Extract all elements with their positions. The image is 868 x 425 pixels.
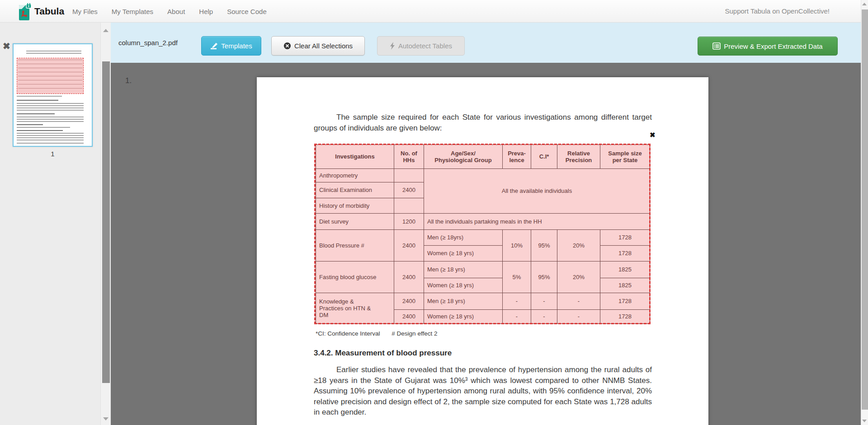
nav-item-my-files[interactable]: My Files bbox=[72, 8, 98, 15]
nav-menu: My Files My Templates About Help Source … bbox=[72, 0, 267, 23]
thumbnail-text-block bbox=[17, 96, 62, 97]
intro-paragraph: The sample size required for each State … bbox=[314, 112, 652, 134]
clear-all-selections-button[interactable]: Clear All Selections bbox=[271, 36, 365, 56]
remove-circle-icon bbox=[283, 42, 291, 50]
clear-button-label: Clear All Selections bbox=[294, 42, 353, 50]
thumbnail-selection-box bbox=[17, 58, 84, 94]
section-heading: 3.4.2. Measurement of blood pressure bbox=[314, 349, 452, 358]
page-number-label: 1 bbox=[13, 150, 93, 158]
tabula-pdf-lock-logo-icon bbox=[17, 3, 32, 20]
scroll-up-arrow-icon[interactable] bbox=[103, 29, 108, 32]
thumbnail-text-block bbox=[17, 130, 63, 131]
scroll-down-arrow-icon[interactable] bbox=[103, 417, 108, 420]
sidebar-scrollbar-thumb[interactable] bbox=[102, 61, 110, 383]
templates-stamp-icon bbox=[210, 42, 218, 50]
scroll-up-arrow-icon[interactable] bbox=[862, 3, 867, 5]
templates-button[interactable]: Templates bbox=[201, 36, 261, 56]
autodetect-button-label: Autodetect Tables bbox=[398, 42, 452, 50]
tabula-app: Tabula My Files My Templates About Help … bbox=[0, 0, 868, 425]
footnote-design-effect: # Design effect 2 bbox=[392, 330, 437, 337]
toolbar: column_span_2.pdf Templates Clear All Se… bbox=[111, 23, 861, 63]
pdf-page[interactable]: The sample size required for each State … bbox=[257, 77, 708, 425]
page-thumbnail[interactable] bbox=[13, 43, 93, 147]
navbar: Tabula My Files My Templates About Help … bbox=[0, 0, 868, 23]
nav-item-about[interactable]: About bbox=[167, 8, 185, 15]
sidebar-scrollbar[interactable] bbox=[100, 23, 111, 425]
export-button-label: Preview & Export Extracted Data bbox=[724, 42, 822, 50]
pdf-canvas: 1. The sample size required for each Sta… bbox=[111, 63, 861, 425]
thumbnail-text-block bbox=[17, 100, 58, 101]
thumbnail-text-block bbox=[17, 143, 84, 144]
window-scrollbar[interactable] bbox=[861, 0, 868, 425]
templates-button-label: Templates bbox=[221, 42, 252, 50]
thumbnail-text-block bbox=[17, 127, 70, 129]
lightning-bolt-icon bbox=[390, 42, 395, 50]
window-scrollbar-thumb[interactable] bbox=[862, 9, 868, 410]
thumbnail-sidebar: ✖ 1 bbox=[0, 23, 111, 425]
thumbnail-text-block bbox=[17, 133, 84, 141]
thumbnail-text-block bbox=[17, 113, 55, 115]
page-order-label: 1. bbox=[125, 76, 132, 85]
selection-close-x-icon[interactable]: ✖ bbox=[650, 131, 656, 138]
thumbnail-text-block bbox=[17, 117, 84, 123]
thumbnail-table-lines bbox=[18, 60, 82, 92]
remove-page-x-icon[interactable]: ✖ bbox=[3, 42, 10, 51]
scroll-down-arrow-icon[interactable] bbox=[862, 420, 867, 422]
support-opencollective-link[interactable]: Support Tabula on OpenCollective! bbox=[725, 0, 830, 23]
selection-overlay[interactable] bbox=[314, 144, 651, 324]
list-alt-icon bbox=[712, 42, 721, 50]
thumbnail-text-block bbox=[17, 103, 84, 112]
nav-item-source-code[interactable]: Source Code bbox=[227, 8, 267, 15]
brand-title: Tabula bbox=[34, 0, 64, 23]
table-footnote: *CI: Confidence Interval # Design effect… bbox=[316, 330, 437, 337]
thumbnail-text-block bbox=[17, 124, 43, 126]
autodetect-tables-button[interactable]: Autodetect Tables bbox=[377, 36, 465, 56]
body-paragraph: Earlier studies have revealed that the p… bbox=[314, 364, 652, 418]
preview-export-button[interactable]: Preview & Export Extracted Data bbox=[698, 37, 838, 56]
file-name: column_span_2.pdf bbox=[118, 23, 178, 63]
nav-item-help[interactable]: Help bbox=[199, 8, 213, 15]
footnote-ci: *CI: Confidence Interval bbox=[316, 330, 380, 337]
nav-item-my-templates[interactable]: My Templates bbox=[112, 8, 153, 15]
thumbnail-text-block bbox=[26, 51, 81, 54]
